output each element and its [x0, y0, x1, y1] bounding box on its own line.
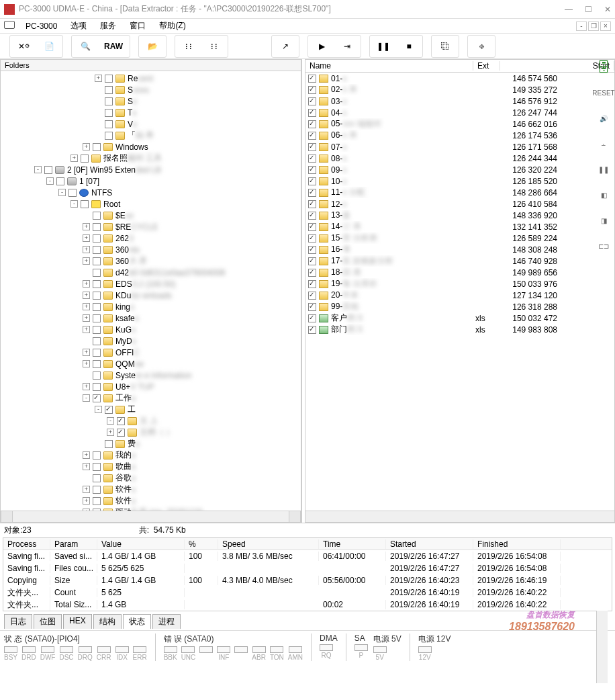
tab-结构[interactable]: 结构	[93, 614, 122, 629]
tree-checkbox[interactable]	[93, 143, 101, 151]
tree-checkbox[interactable]	[93, 349, 101, 357]
list-row[interactable]: 03-x 146 576 912	[305, 95, 614, 107]
expand-toggle[interactable]: -	[58, 189, 66, 196]
expand-toggle[interactable]: +	[83, 292, 90, 299]
ph-process[interactable]: Process	[3, 539, 50, 549]
list-hscrollbar[interactable]	[305, 511, 615, 523]
expand-toggle[interactable]: +	[95, 75, 102, 82]
row-checkbox[interactable]	[308, 97, 316, 105]
tree-row[interactable]: +OFFIC	[1, 347, 301, 358]
side-pause[interactable]: ❚❚	[596, 161, 612, 177]
tree-row[interactable]: Sx	[1, 95, 301, 107]
col-name[interactable]: Name	[305, 61, 473, 71]
progress-row[interactable]: Saving fi...Saved si...1.4 GB/ 1.4 GB100…	[3, 550, 612, 562]
tree-row[interactable]: Tx	[1, 107, 301, 118]
list-row[interactable]: 08-x 126 244 344	[305, 152, 614, 164]
tree-row[interactable]: d42b0 0d6311e0aa379004008	[1, 267, 301, 278]
tree-row[interactable]: +报名照 核对 工具	[1, 152, 301, 164]
expand-toggle[interactable]: +	[83, 326, 90, 333]
list-row[interactable]: 18-回 表 149 989 656	[305, 267, 614, 278]
expand-toggle[interactable]: +	[83, 497, 90, 505]
tree-row[interactable]: 「始 单	[1, 130, 301, 141]
list-row[interactable]: 07-x 126 171 568	[305, 141, 614, 152]
tree-row[interactable]: +KDubo wnloads	[1, 290, 301, 301]
row-checkbox[interactable]	[308, 292, 316, 300]
expand-toggle[interactable]: +	[83, 143, 90, 150]
tree-checkbox[interactable]	[117, 417, 125, 425]
tree-row[interactable]: +Windows	[1, 141, 301, 152]
tree-row[interactable]: +QQM ne	[1, 358, 301, 369]
tree-row[interactable]: +kingx	[1, 301, 301, 312]
side-connector[interactable]: ⊏⊐	[596, 238, 612, 254]
list-row[interactable]: 10-x 126 185 520	[305, 175, 614, 187]
ph-pct[interactable]: %	[185, 539, 218, 549]
row-checkbox[interactable]	[308, 246, 316, 254]
ph-finished[interactable]: Finished	[473, 539, 561, 549]
list-row[interactable]: 99-其他 126 318 288	[305, 301, 614, 312]
tree-row[interactable]: System e Information	[1, 369, 301, 381]
ph-value[interactable]: Value	[97, 539, 185, 549]
expand-toggle[interactable]: +	[83, 234, 90, 242]
tree-checkbox[interactable]	[93, 292, 101, 300]
list-row[interactable]: 20-年末 127 134 120	[305, 290, 614, 301]
row-checkbox[interactable]	[308, 166, 316, 174]
tree-checkbox[interactable]	[93, 451, 101, 460]
expand-toggle[interactable]: -	[70, 200, 78, 208]
expand-toggle[interactable]: +	[83, 451, 90, 459]
expand-toggle[interactable]: +	[83, 486, 90, 493]
tree-row[interactable]: +360nlo	[1, 244, 301, 255]
expand-toggle[interactable]: +	[83, 280, 90, 288]
tree-row[interactable]: -NTFS	[1, 187, 301, 198]
tool-play[interactable]: ▶	[310, 37, 334, 56]
tree-checkbox[interactable]	[105, 120, 113, 128]
tool-stop[interactable]: ■	[397, 37, 421, 56]
tree-hscrollbar[interactable]	[0, 511, 301, 523]
tree-row[interactable]: +EDS3.2 (100.50)	[1, 278, 301, 290]
tree-checkbox[interactable]	[93, 463, 101, 471]
tree-checkbox[interactable]	[93, 257, 101, 265]
progress-vscrollbar[interactable]	[596, 611, 608, 683]
tree-row[interactable]: -工	[1, 404, 301, 415]
tab-日志[interactable]: 日志	[4, 614, 32, 629]
list-row[interactable]: 12-x 126 410 584	[305, 198, 614, 210]
tree-row[interactable]: -工作x	[1, 392, 301, 404]
expand-toggle[interactable]: -	[107, 417, 114, 425]
tree-row[interactable]: -2 [0F] Win95 Extended LB	[1, 164, 301, 175]
tree-checkbox[interactable]	[81, 155, 89, 163]
menu-help[interactable]: 帮助(Z)	[154, 19, 191, 33]
row-checkbox[interactable]	[308, 109, 316, 117]
minimize-button[interactable]: —	[565, 5, 573, 14]
tree-checkbox[interactable]	[93, 371, 101, 380]
tab-位图[interactable]: 位图	[34, 614, 62, 629]
list-row[interactable]: 客户档 S xls 150 032 472	[305, 312, 614, 324]
tree-checkbox[interactable]	[56, 177, 64, 185]
tree-checkbox[interactable]	[93, 360, 101, 368]
row-checkbox[interactable]	[308, 86, 316, 94]
expand-toggle[interactable]: +	[83, 223, 90, 230]
expand-toggle[interactable]: -	[46, 177, 54, 185]
col-ext[interactable]: Ext	[473, 61, 500, 71]
tree-checkbox[interactable]	[93, 383, 101, 391]
tool-document[interactable]: 📄	[37, 37, 61, 56]
expand-toggle[interactable]: +	[83, 463, 90, 470]
expand-toggle[interactable]: +	[83, 349, 90, 356]
tree-checkbox[interactable]	[93, 223, 101, 231]
maximize-button[interactable]: ☐	[585, 5, 592, 14]
row-checkbox[interactable]	[308, 257, 316, 265]
progress-row[interactable]: Saving fi...Files cou...5 625/5 6252019/…	[3, 562, 612, 574]
list-row[interactable]: 09-x 126 320 224	[305, 164, 614, 175]
tree-row[interactable]: + 文档（ ）	[1, 427, 301, 438]
tree-checkbox[interactable]	[68, 189, 77, 197]
tree-row[interactable]: -Root	[1, 198, 301, 210]
row-checkbox[interactable]	[308, 223, 316, 231]
close-button[interactable]: ✕	[604, 5, 611, 14]
side-db-icon[interactable]: 🗄	[596, 59, 612, 75]
row-checkbox[interactable]	[308, 143, 316, 151]
mdi-minimize[interactable]: -	[576, 21, 587, 31]
tree-row[interactable]: Sxxxs	[1, 84, 301, 95]
tree-checkbox[interactable]	[105, 440, 113, 448]
tree-checkbox[interactable]	[93, 497, 101, 505]
tree-checkbox[interactable]	[93, 246, 101, 254]
row-checkbox[interactable]	[308, 303, 316, 311]
tree-row[interactable]: +KuGx	[1, 324, 301, 335]
